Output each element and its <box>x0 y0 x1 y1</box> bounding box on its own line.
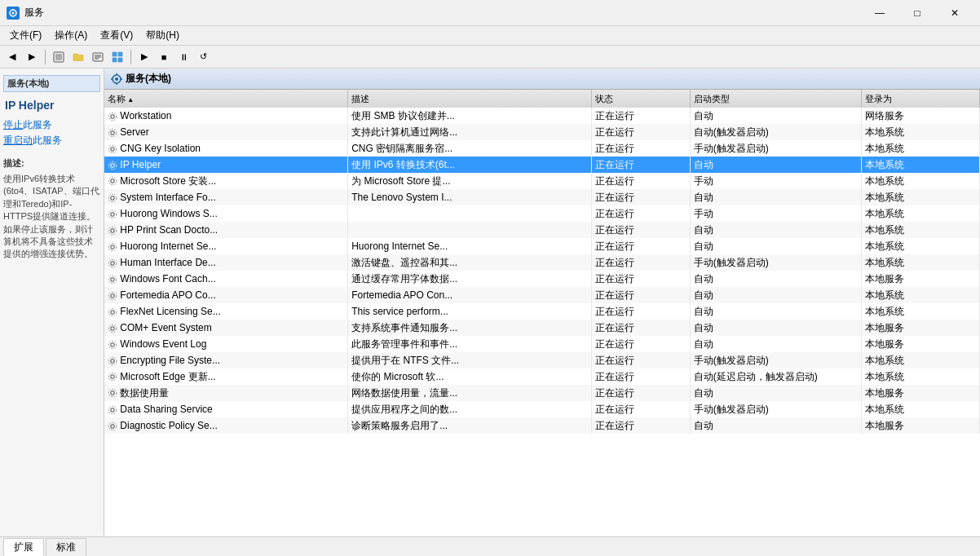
close-button[interactable]: ✕ <box>936 0 973 26</box>
description-label: 描述: <box>3 157 100 170</box>
table-row[interactable]: IP Helper使用 IPv6 转换技术(6t...正在运行自动本地系统 <box>104 157 980 173</box>
service-name-cell: Fortemedia APO Co... <box>104 287 348 303</box>
table-row[interactable]: Diagnostic Policy Se...诊断策略服务启用了...正在运行自… <box>104 417 980 434</box>
service-name-cell: COM+ Event System <box>104 320 348 336</box>
bottom-tabs: 扩展 标准 <box>0 536 980 556</box>
service-status-cell: 正在运行 <box>591 108 690 124</box>
table-row[interactable]: Workstation使用 SMB 协议创建并...正在运行自动网络服务 <box>104 108 980 124</box>
tb-pause[interactable]: ⏸ <box>174 48 192 66</box>
service-logon-cell: 本地服务 <box>861 385 979 401</box>
service-logon-cell: 本地系统 <box>861 401 979 417</box>
left-panel: 服务(本地) IP Helper 停止此服务 重启动此服务 描述: 使用IPv6… <box>0 68 104 536</box>
tb-restart[interactable]: ↺ <box>194 48 212 66</box>
service-logon-cell: 本地系统 <box>861 368 979 385</box>
tb-up[interactable] <box>50 48 68 66</box>
service-status-cell: 正在运行 <box>591 173 690 189</box>
table-row[interactable]: 数据使用量网络数据使用量，流量...正在运行自动本地服务 <box>104 385 980 401</box>
service-desc-cell: Fortemedia APO Con... <box>348 287 592 303</box>
stop-service-link[interactable]: 停止此服务 <box>3 118 100 132</box>
svg-point-44 <box>111 327 114 330</box>
svg-point-29 <box>108 194 116 201</box>
service-status-cell: 正在运行 <box>591 222 690 238</box>
col-header-name[interactable]: 名称 <box>104 90 348 108</box>
description-text: 使用IPv6转换技术(6to4、ISATAP、端口代理和Teredo)和IP-H… <box>3 173 100 261</box>
service-desc-cell: This service perform... <box>348 303 592 320</box>
tab-standard[interactable]: 标准 <box>46 538 86 556</box>
tab-expand[interactable]: 扩展 <box>3 538 44 556</box>
service-startup-cell: 手动 <box>690 173 861 189</box>
service-logon-cell: 本地系统 <box>861 157 979 173</box>
svg-point-30 <box>111 213 114 216</box>
title-bar: 服务 — □ ✕ <box>0 0 980 26</box>
table-row[interactable]: Microsoft Store 安装...为 Microsoft Store 提… <box>104 173 980 189</box>
table-row[interactable]: CNG Key IsolationCNG 密钥隔离服务宿...正在运行手动(触发… <box>104 140 980 157</box>
service-logon-cell: 网络服务 <box>861 108 979 124</box>
table-row[interactable]: System Interface Fo...The Lenovo System … <box>104 189 980 205</box>
panel-header: 服务(本地) <box>104 68 980 90</box>
restart-service-link[interactable]: 重启动此服务 <box>3 134 100 148</box>
table-row[interactable]: Data Sharing Service提供应用程序之间的数...正在运行手动(… <box>104 401 980 417</box>
tb-folder[interactable] <box>69 48 87 66</box>
service-desc-cell: Huorong Internet Se... <box>348 238 592 254</box>
table-row[interactable]: Human Interface De...激活键盘、遥控器和其...正在运行手动… <box>104 254 980 271</box>
tb-settings[interactable] <box>108 48 126 66</box>
service-startup-cell: 自动(延迟启动，触发器启动) <box>690 368 861 385</box>
service-desc-cell: 此服务管理事件和事件... <box>348 336 592 352</box>
table-row[interactable]: Huorong Internet Se...Huorong Internet S… <box>104 238 980 254</box>
right-panel: 服务(本地) 名称 描述 状态 启动类型 登录为 <box>104 68 980 536</box>
services-table-container[interactable]: 名称 描述 状态 启动类型 登录为 Workstation使用 SMB 协议创建… <box>104 90 980 536</box>
service-logon-cell: 本地服务 <box>861 271 979 287</box>
menu-help[interactable]: 帮助(H) <box>139 27 186 45</box>
svg-point-20 <box>111 131 114 135</box>
table-row[interactable]: Microsoft Edge 更新...使你的 Microsoft 软...正在… <box>104 368 980 385</box>
table-row[interactable]: FlexNet Licensing Se...This service perf… <box>104 303 980 320</box>
col-header-logon[interactable]: 登录为 <box>861 90 979 108</box>
service-name-cell: IP Helper <box>104 157 348 173</box>
service-startup-cell: 自动 <box>690 320 861 336</box>
service-logon-cell: 本地系统 <box>861 222 979 238</box>
menu-view[interactable]: 查看(V) <box>94 27 139 45</box>
col-header-startup[interactable]: 启动类型 <box>690 90 861 108</box>
panel-header-text: 服务(本地) <box>126 72 171 86</box>
service-startup-cell: 自动(触发器启动) <box>690 124 861 140</box>
svg-point-36 <box>111 262 114 265</box>
service-name-cell: Encrypting File Syste... <box>104 352 348 368</box>
table-row[interactable]: Windows Event Log此服务管理事件和事件...正在运行自动本地服务 <box>104 336 980 352</box>
tb-properties[interactable] <box>89 48 107 66</box>
table-row[interactable]: HP Print Scan Docto...正在运行自动本地系统 <box>104 222 980 238</box>
service-desc-cell: CNG 密钥隔离服务宿... <box>348 140 592 157</box>
table-row[interactable]: Encrypting File Syste...提供用于在 NTFS 文件...… <box>104 352 980 368</box>
svg-rect-10 <box>113 58 117 62</box>
table-row[interactable]: Fortemedia APO Co...Fortemedia APO Con..… <box>104 287 980 303</box>
service-logon-cell: 本地系统 <box>861 238 979 254</box>
service-name-cell: Human Interface De... <box>104 254 348 271</box>
menu-action[interactable]: 操作(A) <box>48 27 94 45</box>
svg-point-22 <box>111 148 114 151</box>
table-row[interactable]: Windows Font Cach...通过缓存常用字体数据...正在运行自动本… <box>104 271 980 287</box>
maximize-button[interactable]: □ <box>898 0 936 26</box>
service-name-cell: System Interface Fo... <box>104 189 348 205</box>
service-desc-cell: 诊断策略服务启用了... <box>348 417 592 434</box>
col-header-status[interactable]: 状态 <box>591 90 690 108</box>
svg-point-57 <box>108 422 116 430</box>
service-desc-cell: 使用 SMB 协议创建并... <box>348 108 592 124</box>
table-row[interactable]: COM+ Event System支持系统事件通知服务...正在运行自动本地服务 <box>104 320 980 336</box>
svg-point-47 <box>108 341 116 348</box>
svg-point-48 <box>111 360 114 363</box>
service-status-cell: 正在运行 <box>591 417 690 434</box>
col-header-desc[interactable]: 描述 <box>348 90 592 108</box>
service-name-cell: Huorong Internet Se... <box>104 238 348 254</box>
minimize-button[interactable]: — <box>861 0 898 26</box>
table-row[interactable]: Server支持此计算机通过网络...正在运行自动(触发器启动)本地系统 <box>104 124 980 140</box>
service-name-cell: Workstation <box>104 108 348 124</box>
tb-stop[interactable]: ■ <box>155 48 173 66</box>
tb-play[interactable]: ▶ <box>135 48 153 66</box>
tb-back[interactable]: ◀ <box>3 48 21 66</box>
main-container: 服务(本地) IP Helper 停止此服务 重启动此服务 描述: 使用IPv6… <box>0 68 980 536</box>
service-startup-cell: 手动(触发器启动) <box>690 401 861 417</box>
service-status-cell: 正在运行 <box>591 352 690 368</box>
menu-file[interactable]: 文件(F) <box>3 27 48 45</box>
svg-point-45 <box>108 324 116 332</box>
table-row[interactable]: Huorong Windows S...正在运行手动本地系统 <box>104 205 980 222</box>
tb-forward[interactable]: ▶ <box>23 48 41 66</box>
